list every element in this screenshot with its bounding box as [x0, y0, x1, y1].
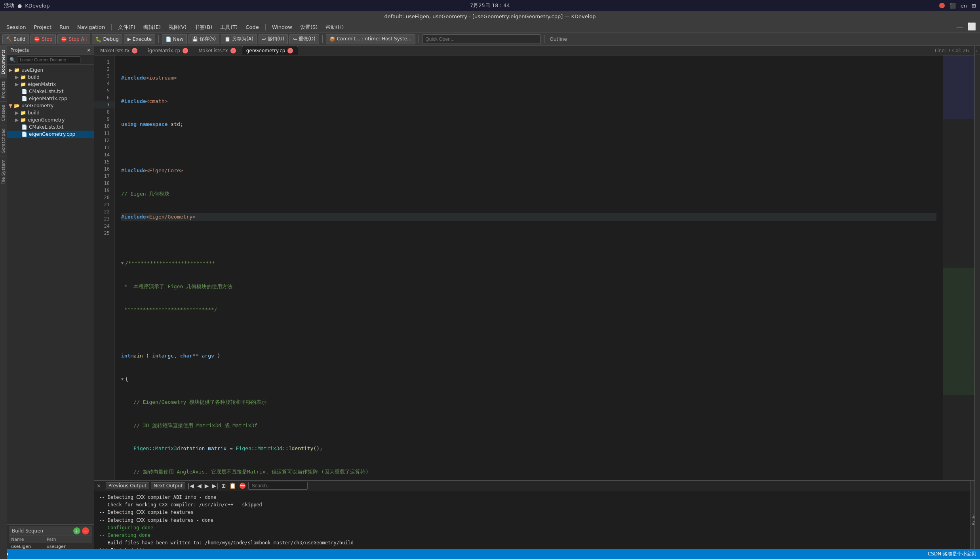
- menu-help[interactable]: 帮助(H): [322, 23, 347, 32]
- code-content[interactable]: #include <iostream> #include <cmath> usi…: [115, 55, 943, 480]
- clear-icon[interactable]: ⛔: [239, 483, 246, 489]
- menu-run[interactable]: Run: [56, 23, 72, 31]
- linenum-12: 12: [94, 137, 114, 144]
- menu-bookmark[interactable]: 书签(B): [191, 23, 215, 32]
- minimize-button[interactable]: —: [956, 22, 963, 30]
- prev-icon[interactable]: ◀: [197, 483, 202, 489]
- classes-tab[interactable]: Classes: [0, 101, 7, 124]
- tree-label: useGeometry: [21, 103, 53, 108]
- linenum-17: 17: [94, 173, 114, 180]
- add-build-button[interactable]: +: [73, 527, 80, 534]
- folder-icon: ▼: [9, 103, 12, 108]
- linenum-3: 3: [94, 73, 114, 80]
- tab-close-icon[interactable]: ✕: [230, 48, 236, 53]
- save-button[interactable]: 💾 保存(S): [188, 34, 219, 44]
- tree-item-cmake1[interactable]: 📄 CMakeLists.txt: [7, 88, 94, 95]
- debug-button[interactable]: 🐛 Debug: [92, 34, 122, 44]
- remove-build-button[interactable]: −: [82, 527, 89, 534]
- output-search-input[interactable]: [248, 482, 308, 490]
- tree-item-useEigen[interactable]: ▶ 📁 useEigen: [7, 67, 94, 74]
- fold-icon[interactable]: ▼: [121, 260, 124, 266]
- tab-makelists1[interactable]: MakeLists.tx ✕: [96, 46, 143, 55]
- sidebar-close-icon[interactable]: ✕: [87, 48, 91, 53]
- stop-all-icon: ⛔: [61, 36, 67, 42]
- menu-session[interactable]: Session: [3, 23, 29, 31]
- menu-settings[interactable]: 设置(S): [297, 23, 321, 32]
- tree-item-eigenMatrix[interactable]: ▶ 📁 eigenMatrix: [7, 81, 94, 88]
- tree-item-useGeometry[interactable]: ▼ 📂 useGeometry: [7, 102, 94, 109]
- new-button[interactable]: 📄 New: [162, 34, 187, 44]
- tree-item-eigenGeometry[interactable]: ▶ 📁 eigenGeometry: [7, 116, 94, 124]
- menu-code[interactable]: Code: [242, 23, 262, 31]
- fold-icon-2[interactable]: ▼: [121, 376, 124, 382]
- menu-view[interactable]: 视图(V): [166, 23, 190, 32]
- toolbar-sep-3: [419, 35, 419, 43]
- linenum-15: 15: [94, 158, 114, 165]
- tab-gengeometry[interactable]: genGeometry.cp ✕: [242, 46, 299, 55]
- topbar-right: ⬛ en ⊞: [939, 3, 976, 9]
- scratchpad-tab[interactable]: Scratchpad: [0, 125, 7, 156]
- locate-input[interactable]: [17, 56, 80, 63]
- copy-icon[interactable]: 📋: [229, 483, 236, 489]
- save-as-button[interactable]: 📋 另存为(A): [221, 34, 257, 44]
- last-icon[interactable]: ▶|: [212, 483, 218, 489]
- line-numbers: 1 2 3 4 5 6 7 8 9 10 11 12 13 14 15 16 1…: [94, 55, 115, 480]
- prev-output-button[interactable]: Previous Output: [106, 482, 149, 489]
- linenum-14: 14: [94, 151, 114, 158]
- next-output-button[interactable]: Next Output: [151, 482, 185, 489]
- redo-label: 重做(D): [299, 36, 316, 42]
- network-icon: ⊞: [972, 3, 976, 9]
- grid-icon[interactable]: ⊞: [221, 483, 226, 489]
- panel-minimize-icon[interactable]: ✕: [97, 483, 101, 489]
- linenum-9: 9: [94, 116, 114, 123]
- stop-label: Stop: [42, 36, 52, 42]
- commit-button[interactable]: 📦 Commit...：ntime: Host Syste...: [326, 34, 415, 44]
- first-icon[interactable]: |◀: [188, 483, 194, 489]
- tab-makelists2[interactable]: MakeLists.tx ✕: [194, 46, 241, 55]
- tab-close-icon[interactable]: ✕: [287, 48, 293, 53]
- filesystem-tab[interactable]: File System: [0, 156, 7, 188]
- stop-all-button[interactable]: ⛔ Stop All: [57, 34, 90, 44]
- output-line-1: -- Detecting CXX compiler ABI info - don…: [99, 494, 970, 501]
- menu-tools[interactable]: 工具(T): [217, 23, 241, 32]
- search-icon: 🔍: [10, 57, 15, 63]
- documents-tab[interactable]: Documents: [0, 46, 7, 78]
- menu-navigation[interactable]: Navigation: [74, 23, 108, 31]
- projects-tab[interactable]: Projects: [0, 78, 7, 101]
- output-toolbar: ✕ Previous Output Next Output |◀ ◀ ▶ ▶| …: [94, 481, 974, 491]
- tree-label: build: [28, 110, 40, 116]
- activities-label[interactable]: 活动: [4, 2, 14, 9]
- execute-button[interactable]: ▶ Execute: [124, 34, 155, 44]
- maximize-button[interactable]: ⬜: [967, 22, 976, 30]
- tree-item-eigenmatrix-cpp[interactable]: 📄 eigenMatrix.cpp: [7, 95, 94, 102]
- stop-icon: ⛔: [34, 36, 40, 42]
- code-line-16: // 3D 旋转矩阵直接使用 Matrix3d 或 Matrix3f: [121, 422, 936, 430]
- menu-file[interactable]: 文件(F): [115, 23, 139, 32]
- tab-close-icon[interactable]: ✕: [183, 48, 188, 53]
- folder-icon: ▶: [15, 117, 19, 123]
- tab-close-icon[interactable]: ✕: [132, 48, 137, 53]
- redo-button[interactable]: ↪ 重做(D): [289, 34, 319, 44]
- status-right: CSDN·洛涟是个小宝贝: [928, 551, 976, 557]
- menu-project[interactable]: Project: [31, 23, 55, 31]
- menu-edit[interactable]: 编辑(E): [140, 23, 164, 32]
- execute-icon: ▶: [127, 36, 131, 42]
- window-controls[interactable]: — ⬜: [956, 22, 976, 30]
- code-editor[interactable]: 1 2 3 4 5 6 7 8 9 10 11 12 13 14 15 16 1…: [94, 55, 974, 480]
- stop-button[interactable]: ⛔ Stop: [30, 34, 56, 44]
- tab-igenmatrix[interactable]: igenMatrix.cp ✕: [143, 46, 193, 55]
- menu-window[interactable]: Window: [269, 23, 295, 31]
- tree-item-cmake2[interactable]: 📄 CMakeLists.txt: [7, 124, 94, 131]
- tree-item-eigengeometry-cpp[interactable]: 📄 eigenGeometry.cpp: [7, 131, 94, 138]
- build-button[interactable]: 🔨 Build: [2, 34, 29, 44]
- menubar: Session Project Run Navigation 文件(F) 编辑(…: [0, 22, 980, 32]
- undo-button[interactable]: ↩ 撤销(U): [259, 34, 288, 44]
- next-icon[interactable]: ▶: [205, 483, 209, 489]
- app-name: KDevelop: [25, 3, 49, 9]
- tree-item-build2[interactable]: ▶ 📁 build: [7, 109, 94, 116]
- tree-item-build[interactable]: ▶ 📁 build: [7, 74, 94, 81]
- right-tab-1[interactable]: …: [975, 46, 980, 55]
- quick-open-input[interactable]: [422, 34, 541, 44]
- folder-icon: ▶: [9, 67, 12, 73]
- linenum-2: 2: [94, 66, 114, 73]
